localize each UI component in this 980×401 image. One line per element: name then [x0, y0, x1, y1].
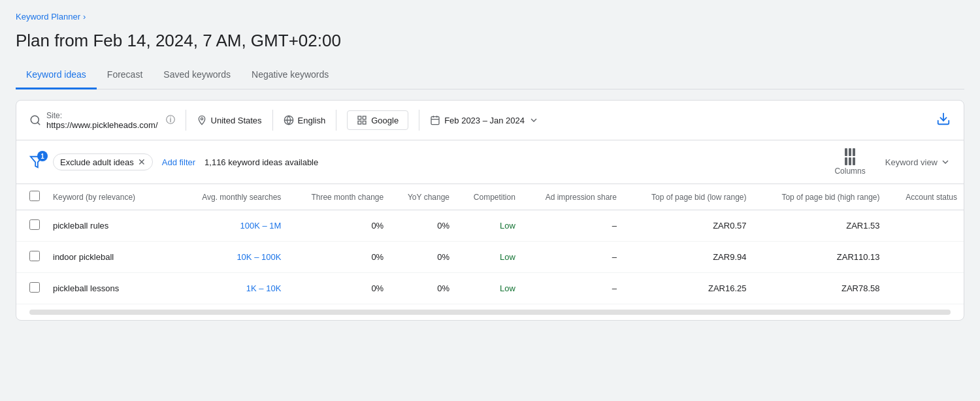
- table-row: pickleball rules 100K – 1M 0% 0% Low – Z…: [16, 210, 964, 242]
- add-filter-button[interactable]: Add filter: [162, 157, 195, 167]
- main-card: Site: https://www.pickleheads.com/ ⓘ Uni…: [16, 100, 964, 321]
- download-button[interactable]: [936, 112, 951, 129]
- language-value: English: [298, 116, 326, 125]
- columns-button[interactable]: Columns: [834, 148, 865, 176]
- row-checkbox[interactable]: [29, 251, 40, 261]
- tab-negative-keywords[interactable]: Negative keywords: [241, 63, 339, 89]
- network-filter[interactable]: Google: [347, 110, 408, 130]
- chevron-down-icon: [529, 115, 539, 125]
- header-yoy-change: YoY change: [390, 184, 456, 210]
- row-keyword: pickleball lessons: [46, 273, 177, 304]
- row-top-bid-low: ZAR0.57: [623, 210, 753, 242]
- site-info-icon[interactable]: ⓘ: [166, 114, 175, 126]
- keyword-view-label: Keyword view: [885, 157, 938, 167]
- site-url: https://www.pickleheads.com/: [46, 120, 158, 130]
- breadcrumb-label: Keyword Planner: [16, 12, 80, 22]
- language-filter[interactable]: English: [284, 115, 326, 125]
- row-top-bid-low: ZAR9.94: [623, 242, 753, 273]
- row-checkbox[interactable]: [29, 282, 40, 293]
- svg-rect-3: [358, 116, 361, 120]
- date-range-value: Feb 2023 – Jan 2024: [444, 116, 525, 125]
- row-top-bid-high: ZAR110.13: [753, 242, 886, 273]
- page-title: Plan from Feb 14, 2024, 7 AM, GMT+02:00: [16, 31, 964, 51]
- row-ad-impression: –: [522, 273, 623, 304]
- row-yoy: 0%: [390, 242, 456, 273]
- svg-rect-4: [363, 116, 367, 120]
- row-competition: Low: [456, 273, 522, 304]
- exclude-adult-close-icon[interactable]: ✕: [138, 157, 146, 167]
- tab-keyword-ideas[interactable]: Keyword ideas: [16, 63, 97, 89]
- header-competition: Competition: [456, 184, 522, 210]
- breadcrumb-chevron: ›: [83, 12, 86, 22]
- breadcrumb[interactable]: Keyword Planner ›: [16, 12, 964, 22]
- header-checkbox[interactable]: [16, 184, 46, 210]
- tab-forecast[interactable]: Forecast: [97, 63, 153, 89]
- search-icon: [29, 114, 41, 126]
- filter-badge: 1: [37, 151, 48, 161]
- site-filter[interactable]: Site: https://www.pickleheads.com/ ⓘ: [29, 111, 175, 130]
- filter-bar-2: 1 Exclude adult ideas ✕ Add filter 1,116…: [16, 140, 964, 184]
- row-three-month: 0%: [287, 210, 390, 242]
- svg-point-2: [201, 118, 203, 120]
- row-avg-monthly: 1K – 10K: [177, 273, 287, 304]
- filter-icon-badge[interactable]: 1: [29, 155, 44, 169]
- row-top-bid-high: ZAR1.53: [753, 210, 886, 242]
- site-label: Site:: [46, 111, 158, 120]
- row-three-month: 0%: [287, 242, 390, 273]
- exclude-adult-label: Exclude adult ideas: [60, 157, 134, 167]
- header-top-bid-high: Top of page bid (high range): [753, 184, 886, 210]
- row-keyword: indoor pickleball: [46, 242, 177, 273]
- ideas-count: 1,116 keyword ideas available: [204, 157, 318, 167]
- row-competition: Low: [456, 210, 522, 242]
- svg-rect-7: [431, 117, 439, 125]
- filters-bar: Site: https://www.pickleheads.com/ ⓘ Uni…: [16, 101, 964, 140]
- location-filter[interactable]: United States: [197, 115, 262, 125]
- divider-4: [419, 110, 419, 131]
- keyword-view-chevron-icon: [940, 157, 951, 167]
- row-top-bid-low: ZAR16.25: [623, 273, 753, 304]
- row-competition: Low: [456, 242, 522, 273]
- header-keyword: Keyword (by relevance): [46, 184, 177, 210]
- horizontal-scrollbar[interactable]: [29, 310, 951, 315]
- header-top-bid-low: Top of page bid (low range): [623, 184, 753, 210]
- location-icon: [197, 115, 207, 125]
- row-account-status: [887, 242, 964, 273]
- row-checkbox-cell[interactable]: [16, 273, 46, 304]
- language-icon: [284, 115, 294, 125]
- tab-saved-keywords[interactable]: Saved keywords: [153, 63, 241, 89]
- header-three-month: Three month change: [287, 184, 390, 210]
- keyword-view-button[interactable]: Keyword view: [885, 157, 951, 167]
- header-ad-impression: Ad impression share: [522, 184, 623, 210]
- calendar-icon: [430, 115, 440, 125]
- svg-line-1: [37, 122, 39, 124]
- row-yoy: 0%: [390, 210, 456, 242]
- row-keyword: pickleball rules: [46, 210, 177, 242]
- row-checkbox-cell[interactable]: [16, 210, 46, 242]
- keywords-table: Keyword (by relevance) Avg. monthly sear…: [16, 184, 964, 304]
- table-header-row: Keyword (by relevance) Avg. monthly sear…: [16, 184, 964, 210]
- row-checkbox-cell[interactable]: [16, 242, 46, 273]
- svg-rect-6: [363, 121, 367, 124]
- tabs: Keyword ideas Forecast Saved keywords Ne…: [16, 63, 964, 89]
- network-icon: [357, 115, 367, 125]
- row-checkbox[interactable]: [29, 219, 40, 230]
- network-value: Google: [371, 116, 399, 125]
- table-row: pickleball lessons 1K – 10K 0% 0% Low – …: [16, 273, 964, 304]
- table-row: indoor pickleball 10K – 100K 0% 0% Low –…: [16, 242, 964, 273]
- row-three-month: 0%: [287, 273, 390, 304]
- columns-label: Columns: [834, 167, 865, 176]
- row-avg-monthly: 10K – 100K: [177, 242, 287, 273]
- svg-rect-5: [358, 121, 361, 124]
- location-value: United States: [211, 116, 262, 125]
- row-avg-monthly: 100K – 1M: [177, 210, 287, 242]
- row-yoy: 0%: [390, 273, 456, 304]
- divider-1: [186, 110, 186, 131]
- exclude-adult-chip[interactable]: Exclude adult ideas ✕: [53, 153, 153, 170]
- row-account-status: [887, 273, 964, 304]
- header-account-status: Account status: [887, 184, 964, 210]
- columns-icon: [845, 148, 855, 165]
- divider-3: [336, 110, 336, 131]
- select-all-checkbox[interactable]: [29, 191, 40, 201]
- date-range-filter[interactable]: Feb 2023 – Jan 2024: [430, 115, 539, 125]
- row-ad-impression: –: [522, 242, 623, 273]
